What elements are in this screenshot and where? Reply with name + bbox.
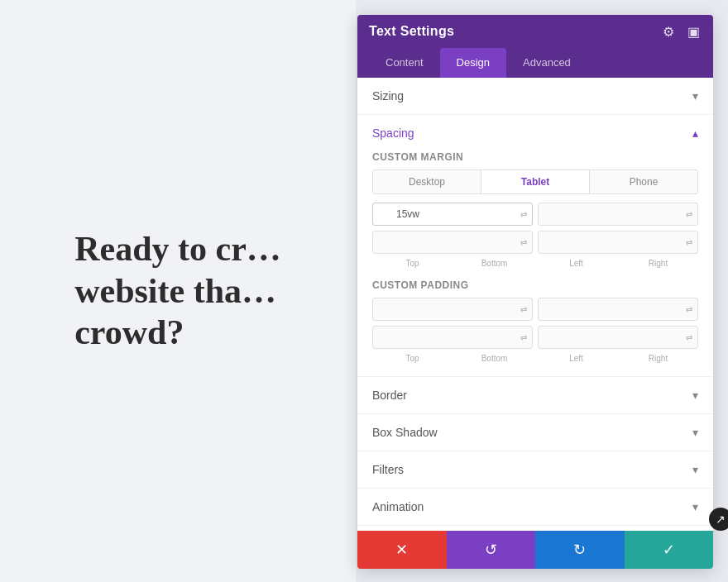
padding-top-field: ⇄ [372,298,533,321]
padding-top-input[interactable] [372,298,533,321]
margin-top-field: ⇄ [372,203,533,226]
box-shadow-chevron: ▾ [692,426,698,439]
margin-inputs-wrapper: 1 ⇄ ⇄ ⇄ [372,203,698,254]
animation-section-header[interactable]: Animation ▾ [357,489,713,525]
label-left: Left [536,259,616,268]
spacing-section: Spacing ▴ Custom Margin Desktop Tablet P… [357,115,713,377]
text-settings-panel: Text Settings ⚙ ▣ Content Design Advance… [357,15,713,569]
panel-body: Sizing ▾ Spacing ▴ Custom Margin Desktop… [357,78,713,531]
filters-section: Filters ▾ [357,451,713,489]
padding-left-input[interactable] [372,326,533,349]
border-title: Border [372,389,407,402]
pad-label-right: Right [618,354,698,363]
cancel-button[interactable]: ✕ [357,531,447,569]
link-icon-top: ⇄ [520,210,527,219]
redo-button[interactable]: ↻ [535,531,625,569]
margin-left-field: ⇄ [372,231,533,254]
padding-right-field: ⇄ [538,326,698,349]
padding-left-right-grid: ⇄ ⇄ [372,326,698,349]
padding-bottom-field: ⇄ [538,298,698,321]
panel-footer: ✕ ↺ ↻ ✓ [357,531,713,569]
custom-margin-label: Custom Margin [372,151,698,163]
animation-title: Animation [372,500,424,513]
animation-section: Animation ▾ [357,489,713,526]
link-icon-bottom: ⇄ [686,210,692,219]
save-button[interactable]: ✓ [625,531,714,569]
reset-button[interactable]: ↺ [447,531,536,569]
filters-section-header[interactable]: Filters ▾ [357,451,713,488]
scroll-down-arrow[interactable]: ↗ [709,508,728,531]
label-right: Right [618,259,698,268]
layout-icon[interactable]: ▣ [685,23,702,40]
device-tab-tablet[interactable]: Tablet [481,170,590,193]
sizing-section: Sizing ▾ [357,78,713,115]
label-bottom: Bottom [454,259,534,268]
device-tab-phone[interactable]: Phone [590,170,697,193]
margin-left-input[interactable] [372,231,533,254]
border-section: Border ▾ [357,377,713,414]
spacing-section-header[interactable]: Spacing ▴ [357,115,713,151]
border-section-header[interactable]: Border ▾ [357,377,713,413]
padding-labels: Top Bottom Left Right [372,354,698,363]
filters-title: Filters [372,463,404,476]
padding-top-bottom-grid: ⇄ ⇄ [372,298,698,321]
link-icon-pad-right: ⇄ [686,333,692,342]
custom-padding-label: Custom Padding [372,279,698,291]
margin-bottom-field: ⇄ [538,203,698,226]
margin-right-field: ⇄ [538,231,698,254]
panel-tabs: Content Design Advanced [357,48,713,78]
label-top: Top [372,259,453,268]
link-icon-right: ⇄ [686,238,692,247]
tab-advanced[interactable]: Advanced [506,48,587,79]
panel-title: Text Settings [369,24,454,39]
pad-label-top: Top [372,354,453,363]
margin-left-right-grid: ⇄ ⇄ [372,231,698,254]
sizing-title: Sizing [372,89,404,103]
box-shadow-section-header[interactable]: Box Shadow ▾ [357,414,713,451]
link-icon-pad-left: ⇄ [520,333,527,342]
link-icon-pad-top: ⇄ [520,305,527,314]
pad-label-bottom: Bottom [454,354,534,363]
margin-bottom-input[interactable] [538,203,698,226]
padding-right-input[interactable] [538,326,698,349]
settings-icon[interactable]: ⚙ [660,23,677,40]
filters-chevron: ▾ [692,463,698,476]
margin-right-input[interactable] [538,231,698,254]
box-shadow-section: Box Shadow ▾ [357,414,713,451]
page-heading: Ready to cr…website tha…crowd? [74,228,281,353]
device-tab-desktop[interactable]: Desktop [373,170,481,193]
margin-labels: Top Bottom Left Right [372,259,698,268]
tab-design[interactable]: Design [440,48,506,79]
spacing-content: Custom Margin Desktop Tablet Phone 1 ⇄ [357,151,713,376]
panel-header-icons: ⚙ ▣ [660,23,702,40]
margin-top-bottom-grid: ⇄ ⇄ [372,203,698,226]
panel-header: Text Settings ⚙ ▣ [357,15,713,48]
animation-chevron: ▾ [692,500,698,513]
spacing-title: Spacing [372,126,414,140]
sizing-section-header[interactable]: Sizing ▾ [357,78,713,114]
padding-bottom-input[interactable] [538,298,698,321]
link-icon-left: ⇄ [520,238,527,247]
box-shadow-title: Box Shadow [372,426,438,439]
border-chevron: ▾ [692,389,698,402]
margin-top-input[interactable] [372,203,533,226]
tab-content[interactable]: Content [369,48,440,79]
pad-label-left: Left [536,354,616,363]
link-icon-pad-bottom: ⇄ [686,305,692,314]
padding-left-field: ⇄ [372,326,533,349]
spacing-chevron: ▴ [692,126,698,140]
device-tabs: Desktop Tablet Phone [372,169,698,194]
sizing-chevron: ▾ [692,89,698,103]
page-background: Ready to cr…website tha…crowd? [0,0,356,582]
